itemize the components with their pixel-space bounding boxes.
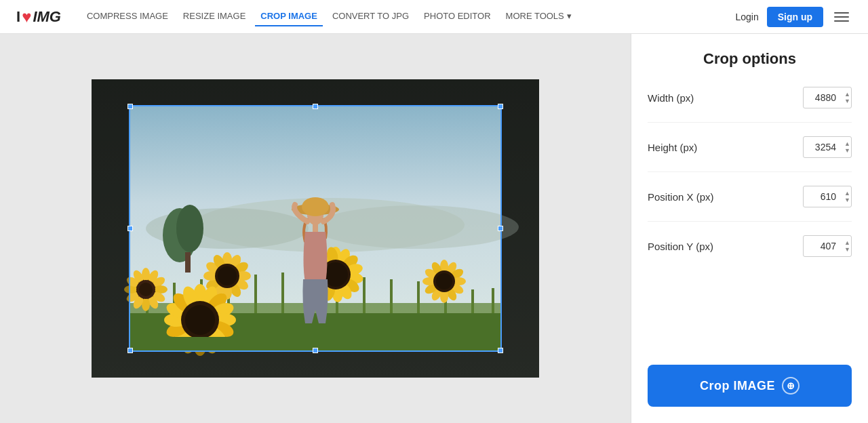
nav-photo-editor[interactable]: PHOTO EDITOR xyxy=(418,7,496,26)
position-x-input-wrap: ▲ ▼ xyxy=(803,186,852,207)
position-x-increment-button[interactable]: ▲ xyxy=(844,190,850,197)
crop-image-button[interactable]: Crop IMAGE ⊕ xyxy=(648,365,852,407)
position-y-input-wrap: ▲ ▼ xyxy=(803,235,852,257)
svg-point-6 xyxy=(176,205,203,252)
width-field: Width (px) ▲ ▼ xyxy=(648,87,852,123)
header-actions: Login Sign up xyxy=(735,7,852,27)
menu-line-1 xyxy=(834,12,849,14)
crop-button-icon: ⊕ xyxy=(782,377,800,395)
main-layout: Crop options Width (px) ▲ ▼ Height (px) … xyxy=(0,34,868,423)
height-field: Height (px) ▲ ▼ xyxy=(648,136,852,172)
svg-rect-7 xyxy=(185,252,191,273)
height-label: Height (px) xyxy=(648,142,697,153)
position-x-field: Position X (px) ▲ ▼ xyxy=(648,186,852,222)
photo-canvas xyxy=(92,79,539,378)
height-increment-button[interactable]: ▲ xyxy=(844,141,850,147)
menu-line-2 xyxy=(834,16,849,18)
logo-img: IMG xyxy=(33,8,61,26)
svg-rect-107 xyxy=(129,337,502,352)
signup-button[interactable]: Sign up xyxy=(767,7,823,27)
position-x-label: Position X (px) xyxy=(648,191,714,203)
position-x-decrement-button[interactable]: ▼ xyxy=(844,197,850,203)
crop-button-label: Crop IMAGE xyxy=(700,379,775,393)
width-decrement-button[interactable]: ▼ xyxy=(844,98,850,104)
position-y-increment-button[interactable]: ▲ xyxy=(844,240,850,246)
width-increment-button[interactable]: ▲ xyxy=(844,92,850,98)
svg-point-84 xyxy=(436,273,452,289)
width-spinners: ▲ ▼ xyxy=(844,92,850,104)
login-button[interactable]: Login xyxy=(735,12,758,22)
position-y-decrement-button[interactable]: ▼ xyxy=(844,247,850,253)
svg-point-53 xyxy=(218,266,237,285)
image-container xyxy=(92,79,539,378)
chevron-down-icon: ▾ xyxy=(567,11,572,21)
crop-options-panel: Crop options Width (px) ▲ ▼ Height (px) … xyxy=(631,34,868,423)
width-label: Width (px) xyxy=(648,92,694,104)
nav-convert[interactable]: CONVERT TO JPG xyxy=(327,7,414,26)
width-input-wrap: ▲ ▼ xyxy=(803,87,852,108)
main-nav: COMPRESS IMAGE RESIZE IMAGE CROP IMAGE C… xyxy=(81,7,735,26)
nav-crop[interactable]: CROP IMAGE xyxy=(255,7,323,26)
logo-heart-icon: ♥ xyxy=(22,7,31,26)
header: I ♥ IMG COMPRESS IMAGE RESIZE IMAGE CROP… xyxy=(0,0,868,34)
height-spinners: ▲ ▼ xyxy=(844,141,850,154)
height-decrement-button[interactable]: ▼ xyxy=(844,148,850,154)
crop-options-title: Crop options xyxy=(648,50,852,68)
nav-more-tools[interactable]: MORE TOOLS ▾ xyxy=(500,7,577,26)
logo-i: I xyxy=(16,8,20,26)
svg-point-4 xyxy=(315,205,519,249)
position-y-spinners: ▲ ▼ xyxy=(844,240,850,253)
hamburger-menu-button[interactable] xyxy=(831,9,852,24)
position-y-label: Position Y (px) xyxy=(648,241,713,252)
position-x-spinners: ▲ ▼ xyxy=(844,190,850,203)
nav-compress[interactable]: COMPRESS IMAGE xyxy=(81,7,174,26)
nav-resize[interactable]: RESIZE IMAGE xyxy=(178,7,251,26)
height-input-wrap: ▲ ▼ xyxy=(803,136,852,158)
menu-line-3 xyxy=(834,20,849,22)
image-editor-panel[interactable] xyxy=(0,34,631,423)
svg-rect-106 xyxy=(313,224,318,232)
svg-point-105 xyxy=(302,197,329,216)
position-y-field: Position Y (px) ▲ ▼ xyxy=(648,235,852,270)
svg-point-102 xyxy=(185,305,215,335)
logo[interactable]: I ♥ IMG xyxy=(16,7,61,26)
svg-point-39 xyxy=(139,283,153,296)
